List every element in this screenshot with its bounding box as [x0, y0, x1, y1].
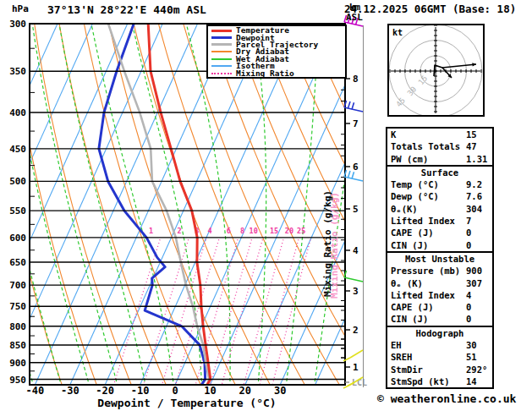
table-row: SREH51 [387, 351, 492, 363]
temp-tick-label: -40 [26, 385, 45, 397]
hodograph: 153045kt [388, 25, 484, 118]
table-row: CAPE (J)0 [387, 301, 492, 313]
table-row-label: Pressure (mb) [391, 265, 460, 277]
pressure-tick-label: 450 [9, 144, 26, 155]
mixing-ratio-value-label: 2 [177, 227, 181, 235]
wet-adiabat-line [32, 24, 118, 387]
pressure-unit-label: hPa [12, 3, 29, 14]
legend-swatch [211, 73, 232, 74]
table-row: StmSpd (kt)14 [387, 375, 492, 387]
table-row-label: CAPE (J) [391, 301, 434, 313]
table-row: StmDir292° [387, 364, 492, 375]
legend-swatch [211, 58, 232, 60]
km-tick-label: 4 [353, 245, 359, 256]
table-row-value: 304 [466, 203, 482, 215]
table-row-value: 14 [466, 375, 477, 387]
table-row-label: K [391, 129, 396, 140]
dry-adiabat-line [35, 24, 133, 387]
table-row-label: θₑ(K) [391, 203, 418, 215]
pressure-tick-label: 950 [9, 375, 26, 386]
table-section-header: Most Unstable [387, 253, 492, 265]
pressure-tick-label: 900 [9, 358, 26, 369]
mixing-ratio-value-label: 15 [270, 227, 278, 235]
sounding-curves [99, 24, 211, 384]
table-row-value: 0 [466, 301, 471, 313]
table-row-value: 0 [466, 239, 471, 251]
table-row-label: PW (cm) [391, 153, 428, 165]
table-row-label: Temp (°C) [391, 178, 439, 190]
table-row-value: 292° [466, 364, 487, 375]
table-row-value: 7 [466, 215, 471, 227]
km-tick-label: 5 [353, 204, 359, 215]
mixing-ratio-value-label: 25 [297, 227, 305, 235]
table-section-surface: SurfaceTemp (°C)9.2Dewp (°C)7.6θₑ(K)304L… [387, 165, 492, 251]
table-row: Lifted Index7 [387, 215, 492, 227]
table-row-value: 9.2 [466, 178, 482, 190]
table-section-most-unstable: Most UnstablePressure (mb)900θₑ (K)307Li… [387, 251, 492, 326]
pressure-tick-label: 700 [9, 280, 26, 291]
table-row-value: 0 [466, 227, 471, 238]
km-tick-label: 8 [353, 74, 359, 85]
wind-barb [344, 101, 363, 112]
table-section-hodograph: HodographEH30SREH51StmDir292°StmSpd (kt)… [387, 326, 492, 387]
credit-footer: © weatheronline.co.uk [377, 392, 516, 405]
table-row-label: Totals Totals [391, 140, 460, 152]
temp-tick-label: -30 [61, 385, 80, 397]
km-tick-label: 6 [353, 162, 359, 173]
pressure-tick-label: 800 [9, 321, 26, 332]
pressure-tick-label: 400 [9, 107, 26, 118]
table-row-value: 4 [466, 289, 471, 301]
temp-tick-label: 30 [274, 385, 286, 397]
temp-tick-label: 10 [204, 385, 216, 397]
legend-swatch [211, 43, 232, 46]
table-row: Temp (°C)9.2 [387, 178, 492, 190]
mixing-ratio-value-label: 6 [227, 227, 231, 235]
station-title: 37°13'N 28°22'E 440m ASL [47, 3, 206, 16]
table-row-label: StmSpd (kt) [391, 375, 450, 387]
table-row: θₑ(K)304 [387, 203, 492, 215]
temp-tick-label: -10 [131, 385, 150, 397]
temperature-curve [148, 24, 211, 384]
km-tick-label: 3 [353, 286, 359, 297]
table-row: Dewp (°C)7.6 [387, 190, 492, 202]
table-row-value: 15 [466, 129, 477, 140]
mixing-ratio-value-label: 1 [149, 227, 153, 235]
pressure-tick-label: 750 [9, 301, 26, 312]
table-row: Pressure (mb)900 [387, 265, 492, 277]
table-row: EH30 [387, 339, 492, 351]
km-tick-label: 2 [353, 325, 359, 336]
table-row-label: StmDir [391, 364, 423, 375]
table-section-header: Hodograph [387, 327, 492, 339]
legend-swatch [211, 30, 232, 32]
table-section: K15Totals Totals47PW (cm)1.31 [387, 129, 492, 165]
legend-swatch [211, 65, 232, 67]
table-row-label: CAPE (J) [391, 227, 434, 238]
legend-swatch [211, 51, 232, 52]
table-row-value: 1.31 [466, 153, 487, 165]
x-axis-label: Dewpoint / Temperature (°C) [93, 397, 281, 409]
table-row-value: 47 [466, 140, 477, 152]
table-row-label: Lifted Index [391, 289, 455, 301]
table-row-label: θₑ (K) [391, 277, 423, 289]
pressure-tick-label: 500 [9, 176, 26, 187]
table-row: CAPE (J)0 [387, 227, 492, 238]
pressure-tick-label: 550 [9, 206, 26, 216]
km-tick-label: 7 [353, 118, 359, 129]
table-row: K15 [387, 129, 492, 140]
hodograph-unit-label: kt [392, 28, 403, 37]
table-row: CIN (J)0 [387, 313, 492, 325]
wet-adiabat-line [0, 24, 6, 387]
legend-box: TemperatureDewpointParcel TrajectoryDry … [206, 25, 347, 79]
indices-table: K15Totals Totals47PW (cm)1.31SurfaceTemp… [386, 127, 494, 389]
wind-barb [344, 271, 363, 282]
mixing-ratio-value-label: 8 [240, 227, 244, 235]
table-row-value: 7.6 [466, 190, 482, 202]
datetime-label: 24.12.2025 06GMT (Base: 18) [344, 3, 516, 15]
legend-row-mixing-ratio: Mixing Ratio [210, 69, 345, 76]
table-row: Totals Totals47 [387, 140, 492, 152]
temp-tick-label: -20 [96, 385, 114, 397]
table-row-label: CIN (J) [391, 239, 428, 251]
table-section-header: Surface [387, 167, 492, 178]
pressure-tick-label: 300 [9, 19, 26, 30]
mixing-ratio-value-label: 10 [250, 227, 258, 235]
